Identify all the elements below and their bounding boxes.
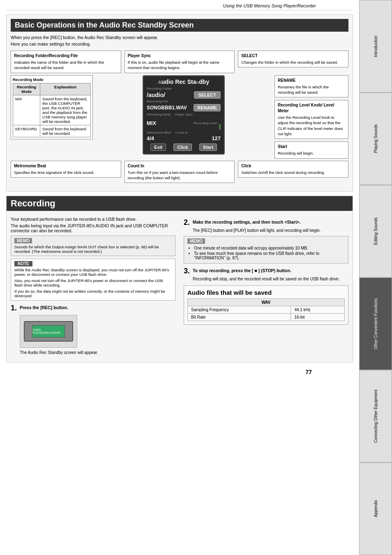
sidebar-tab-appendix[interactable]: Appendix bbox=[359, 462, 392, 555]
main-content: Using the USB Memory Song Player/Recorde… bbox=[0, 0, 359, 386]
rec-mode-mix-explanation: Sound from the keyboard, the USB COMPUTE… bbox=[40, 95, 91, 125]
sampling-freq-value: 44.1 kHz bbox=[291, 306, 345, 314]
screen-mode-value-row: MIX Recording Level bbox=[147, 117, 221, 130]
recording-section: Recording Your keyboard performance can … bbox=[6, 196, 353, 363]
exit-button[interactable]: Exit bbox=[150, 143, 166, 151]
step-3-body: Recording will stop, and the recorded re… bbox=[193, 277, 348, 281]
recording-left-column: Your keyboard performance can be recorde… bbox=[11, 215, 175, 358]
screen-metro-row: Metronome Beat Count In bbox=[147, 130, 221, 134]
rec-mode-mix: MIX bbox=[13, 95, 40, 125]
diagram-middle-row: Recording Mode Recording Mode Explanatio… bbox=[11, 75, 348, 159]
step-3-title: To stop recording, press the [ ■ ] (STOP… bbox=[193, 268, 291, 273]
step-2-number: 2. bbox=[184, 218, 190, 227]
step-1-body: SONG PLAYER/RECORDER The Audio Rec Stand… bbox=[20, 315, 175, 355]
step-1-title: Press the [REC] button. bbox=[20, 305, 68, 310]
screen-folder-value: /audio/ bbox=[147, 92, 165, 98]
annotation-click: Click Switches on/off the click sound du… bbox=[238, 161, 348, 178]
audio-files-box: Audio files that will be saved WAV Sampl… bbox=[184, 285, 348, 325]
note-line-3: If you do so, the data might not be writ… bbox=[14, 289, 172, 298]
note-box-1: NOTE While the Audio Rec Standby screen … bbox=[11, 259, 175, 301]
rec-mode-title: Recording Mode bbox=[13, 77, 91, 82]
basic-ops-intro-1: When you press the [REC] button, the Aud… bbox=[11, 35, 348, 40]
screen-level-value: 127 bbox=[212, 135, 221, 141]
basic-ops-intro-2: Here you can make settings for recording… bbox=[11, 42, 348, 46]
memo-box-1: MEMO Sounds for which the Output Assign … bbox=[11, 236, 175, 256]
audio-files-table: WAV Sampling Frequency 44.1 kHz Bit Rate… bbox=[187, 298, 345, 321]
screen-folder-row: Recording Folder bbox=[147, 87, 221, 90]
click-button[interactable]: Click bbox=[173, 143, 191, 151]
bit-rate-label: Bit Rate bbox=[188, 314, 291, 321]
page-header-title: Using the USB Memory Song Player/Recorde… bbox=[223, 3, 316, 8]
screen-file-value: SONGBBB1.WAV bbox=[147, 105, 187, 111]
step-1: 1. Press the [REC] button. SONG PLAYER/R… bbox=[11, 304, 175, 355]
screen-file-label-row: Recording File bbox=[147, 99, 221, 103]
annotation-recording-folder: Recording Folder/Recording File Indicate… bbox=[11, 51, 121, 73]
sidebar-tab-editing-sounds[interactable]: Editing Sounds bbox=[359, 185, 392, 278]
screen-mode-label: Recording Mode bbox=[147, 113, 171, 116]
note-line-1: While the Audio Rec Standby screen is di… bbox=[14, 268, 172, 277]
table-row: MIX Sound from the keyboard, the USB COM… bbox=[13, 95, 91, 125]
screen-level-label: Recording Level bbox=[194, 121, 217, 125]
recording-section-body: Your keyboard performance can be recorde… bbox=[7, 211, 353, 362]
annotation-start: Start Recording will begin. bbox=[274, 141, 348, 158]
screen-bottom-buttons: Exit Click Start bbox=[147, 143, 221, 151]
page-header: Using the USB Memory Song Player/Recorde… bbox=[6, 0, 353, 10]
rec-intro-2: The audio being input via the JUPITER-80… bbox=[11, 223, 175, 233]
basic-operations-title: Basic Operations in the Audio Rec Standb… bbox=[11, 19, 348, 32]
device-screen: Audio Rec Standby Recording Folder /audi… bbox=[143, 75, 225, 155]
memo-bullet-2: To see how much free space remains on th… bbox=[194, 251, 345, 260]
sidebar-tab-other-convenient[interactable]: Other Convenient Functions bbox=[359, 278, 392, 370]
rename-button[interactable]: RENAME bbox=[194, 104, 221, 111]
step-1-body-text: The Audio Rec Standby screen will appear… bbox=[20, 350, 175, 355]
sidebar-tab-introduction[interactable]: Introduction bbox=[359, 0, 392, 92]
device-screen-area: Audio Rec Standby Recording Folder /audi… bbox=[96, 75, 271, 155]
step-2-title: Make the recording settings, and then to… bbox=[193, 220, 301, 225]
screen-mode-row: Recording Mode Player Sync bbox=[147, 112, 221, 116]
sidebar-tab-playing-sounds[interactable]: Playing Sounds bbox=[359, 92, 392, 185]
right-annotations: RENAME Renames the file in which the rec… bbox=[274, 75, 348, 159]
annotation-player-sync: Player Sync If this is on, audio file pl… bbox=[125, 51, 235, 73]
wav-format-header: WAV bbox=[188, 299, 345, 306]
start-button[interactable]: Start bbox=[199, 143, 217, 151]
recording-section-title: Recording bbox=[7, 196, 353, 211]
device-img-screen: SONG PLAYER/RECORDER bbox=[32, 325, 65, 338]
basic-operations-section: Basic Operations in the Audio Rec Standb… bbox=[6, 14, 353, 192]
bottom-annotations-row: Metronome Beat Specifies the time signat… bbox=[11, 161, 348, 183]
table-row: KEYBOARD Sound from the keyboard will be… bbox=[13, 125, 91, 137]
step-2: 2. Make the recording settings, and then… bbox=[184, 218, 348, 233]
annotation-recording-level: Recording Level Knob/ Level Meter Use th… bbox=[274, 100, 348, 139]
screen-player-sync-label: Player Sync bbox=[175, 113, 193, 116]
bit-rate-value: 16-bit bbox=[291, 314, 345, 321]
recording-right-column: 2. Make the recording settings, and then… bbox=[184, 215, 348, 358]
diagram-container: Recording Folder/Recording File Indicate… bbox=[11, 51, 348, 183]
screen-folder-label: Recording Folder bbox=[147, 87, 172, 90]
step-2-body-text: The [REC] button and [PLAY] button will … bbox=[193, 228, 348, 233]
table-row: Sampling Frequency 44.1 kHz bbox=[188, 306, 345, 314]
sampling-freq-label: Sampling Frequency bbox=[188, 306, 291, 314]
note-line-2: Also, you must not turn off the JUPITER-… bbox=[14, 278, 172, 287]
screen-count-in-label: Count In bbox=[175, 131, 188, 134]
recording-mode-panel: Recording Mode Recording Mode Explanatio… bbox=[11, 75, 93, 141]
screen-file-label: Recording File bbox=[147, 99, 168, 103]
screen-metro-label: Metronome Beat bbox=[147, 131, 171, 134]
step-3-body-text: Recording will stop, and the recorded re… bbox=[193, 277, 348, 281]
memo-box-2: MEMO One minute of recorded data will oc… bbox=[184, 236, 348, 264]
memo-bullets: One minute of recorded data will occupy … bbox=[194, 246, 345, 260]
top-annotations-row: Recording Folder/Recording File Indicate… bbox=[11, 51, 348, 73]
screen-mode-value: MIX bbox=[147, 120, 156, 126]
rec-mode-keyboard-explanation: Sound from the keyboard will be recorded… bbox=[40, 125, 91, 137]
rec-mode-keyboard: KEYBOARD bbox=[13, 125, 40, 137]
annotation-rename: RENAME Renames the file in which the rec… bbox=[274, 75, 348, 98]
right-sidebar: Introduction Playing Sounds Editing Soun… bbox=[359, 0, 392, 555]
memo-bullet-1: One minute of recorded data will occupy … bbox=[194, 246, 345, 250]
rec-mode-table: Recording Mode Explanation MIX Sound fro… bbox=[13, 83, 91, 137]
rec-mode-col-header: Recording Mode bbox=[13, 83, 40, 95]
table-row: Bit Rate 16-bit bbox=[188, 314, 345, 321]
select-button[interactable]: SELECT bbox=[194, 91, 221, 99]
sidebar-tab-connecting-equipment[interactable]: Connecting Other Equipment bbox=[359, 370, 392, 462]
annotation-count-in: Count In Turn this on if you want a two-… bbox=[125, 161, 235, 183]
screen-metro-value: 4/4 bbox=[147, 135, 154, 141]
device-image: SONG PLAYER/RECORDER bbox=[20, 315, 77, 348]
step-3-number: 3. bbox=[184, 267, 190, 275]
rec-explanation-col-header: Explanation bbox=[40, 83, 91, 95]
